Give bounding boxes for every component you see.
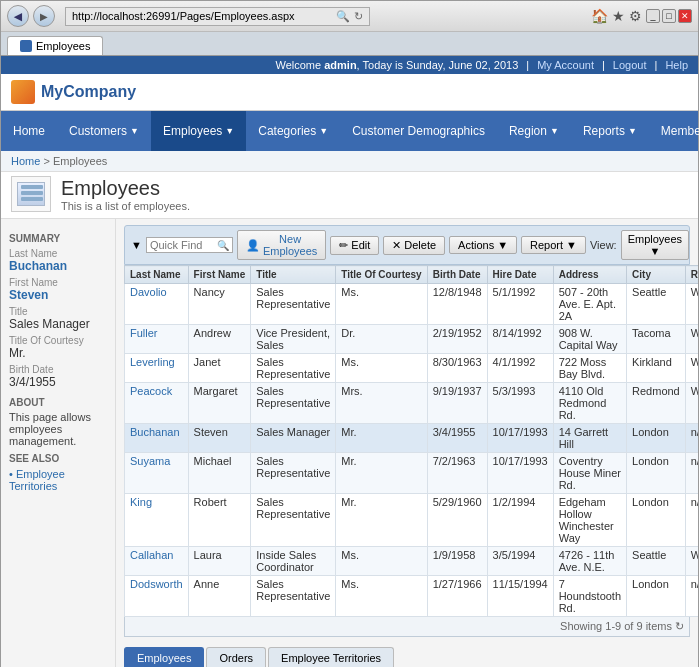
tools-icon[interactable]: ⚙ <box>629 8 642 24</box>
sidebar-first-name-label: First Name <box>9 277 107 288</box>
sidebar-birthdate-label: Birth Date <box>9 364 107 375</box>
cell-address: 507 - 20th Ave. E. Apt. 2A <box>553 284 626 325</box>
sidebar-employee-territories-link[interactable]: Employee Territories <box>9 468 107 492</box>
quickfind-input-1[interactable] <box>150 239 215 251</box>
nav-bar: Home Customers ▼ Employees ▼ Categories … <box>1 111 698 151</box>
sidebar-courtesy-value: Mr. <box>9 346 107 360</box>
breadcrumb-home-link[interactable]: Home <box>11 155 40 167</box>
address-input[interactable] <box>72 10 332 22</box>
cell-city: Seattle <box>627 547 686 576</box>
cell-birth: 9/19/1937 <box>427 383 487 424</box>
cell-hire: 5/3/1993 <box>487 383 553 424</box>
nav-home[interactable]: Home <box>1 111 57 151</box>
quickfind-expand-icon[interactable]: ▼ <box>131 239 142 251</box>
cell-address: 14 Garrett Hill <box>553 424 626 453</box>
window-controls: _ □ ✕ <box>646 9 692 23</box>
customers-dropdown-arrow: ▼ <box>130 126 139 136</box>
page-subtitle: This is a list of employees. <box>61 200 190 212</box>
last-name-link[interactable]: Leverling <box>130 356 175 368</box>
new-employees-button-1[interactable]: 👤 New Employees <box>237 230 326 260</box>
nav-membership[interactable]: Membership <box>649 111 699 151</box>
brand-icon <box>11 80 35 104</box>
sidebar-about-title: ABOUT <box>9 397 107 408</box>
cell-title: Sales Representative <box>251 284 336 325</box>
cell-last-name: King <box>125 494 189 547</box>
last-name-link[interactable]: King <box>130 496 152 508</box>
employees-icon <box>17 182 45 206</box>
cell-birth: 1/9/1958 <box>427 547 487 576</box>
col-hire: Hire Date <box>487 266 553 284</box>
last-name-link[interactable]: Dodsworth <box>130 578 183 590</box>
table-header-row: Last Name First Name Title Title Of Cour… <box>125 266 699 284</box>
forward-button[interactable]: ▶ <box>33 5 55 27</box>
browser-tab[interactable]: Employees <box>7 36 103 55</box>
address-bar[interactable]: 🔍 ↻ <box>65 7 370 26</box>
last-name-link[interactable]: Fuller <box>130 327 158 339</box>
close-button[interactable]: ✕ <box>678 9 692 23</box>
nav-customers[interactable]: Customers ▼ <box>57 111 151 151</box>
my-account-link[interactable]: My Account <box>537 59 594 71</box>
sidebar-title-label: Title <box>9 306 107 317</box>
nav-categories[interactable]: Categories ▼ <box>246 111 340 151</box>
app-container: Welcome admin, Today is Sunday, June 02,… <box>1 56 698 667</box>
refresh-icon[interactable]: ↻ <box>354 10 363 23</box>
sidebar: SUMMARY Last Name Buchanan First Name St… <box>1 219 116 667</box>
cell-region: n/a <box>685 494 698 547</box>
cell-title: Sales Representative <box>251 494 336 547</box>
cell-courtesy: Ms. <box>336 576 427 617</box>
tab-orders[interactable]: Orders <box>206 647 266 667</box>
list-toolbar-1: ▼ 🔍 👤 New Employees ✏ Edit ✕ <box>124 225 690 265</box>
table-row: Peacock Margaret Sales Representative Mr… <box>125 383 699 424</box>
cell-last-name: Buchanan <box>125 424 189 453</box>
cell-hire: 10/17/1993 <box>487 453 553 494</box>
view-select-1[interactable]: Employees ▼ <box>621 230 689 260</box>
star-icon[interactable]: ★ <box>612 8 625 24</box>
tab-employees[interactable]: Employees <box>124 647 204 667</box>
table-row: King Robert Sales Representative Mr. 5/2… <box>125 494 699 547</box>
cell-hire: 8/14/1992 <box>487 325 553 354</box>
table-row: Davolio Nancy Sales Representative Ms. 1… <box>125 284 699 325</box>
employees-dropdown-arrow: ▼ <box>225 126 234 136</box>
cell-birth: 2/19/1952 <box>427 325 487 354</box>
cell-first-name: Robert <box>188 494 251 547</box>
cell-first-name: Margaret <box>188 383 251 424</box>
reports-dropdown-arrow: ▼ <box>628 126 637 136</box>
actions-button-1[interactable]: Actions ▼ <box>449 236 517 254</box>
last-name-link[interactable]: Suyama <box>130 455 170 467</box>
delete-button-1[interactable]: ✕ Delete <box>383 236 445 255</box>
cell-first-name: Nancy <box>188 284 251 325</box>
last-name-link[interactable]: Buchanan <box>130 426 180 438</box>
minimize-button[interactable]: _ <box>646 9 660 23</box>
breadcrumb: Home > Employees <box>1 151 698 172</box>
last-name-link[interactable]: Peacock <box>130 385 172 397</box>
quickfind-search-icon[interactable]: 🔍 <box>217 240 229 251</box>
sidebar-see-also: Employee Territories <box>9 468 107 492</box>
tab-favicon <box>20 40 32 52</box>
cell-courtesy: Mr. <box>336 453 427 494</box>
edit-button-1[interactable]: ✏ Edit <box>330 236 379 255</box>
last-name-link[interactable]: Davolio <box>130 286 167 298</box>
back-button[interactable]: ◀ <box>7 5 29 27</box>
nav-reports[interactable]: Reports ▼ <box>571 111 649 151</box>
home-icon[interactable]: 🏠 <box>591 8 608 24</box>
cell-title: Sales Manager <box>251 424 336 453</box>
table-row: Callahan Laura Inside Sales Coordinator … <box>125 547 699 576</box>
nav-customer-demographics[interactable]: Customer Demographics <box>340 111 497 151</box>
last-name-link[interactable]: Callahan <box>130 549 173 561</box>
quickfind-1[interactable]: 🔍 <box>146 237 233 253</box>
new-employees-icon: 👤 <box>246 239 260 252</box>
help-link[interactable]: Help <box>665 59 688 71</box>
logout-link[interactable]: Logout <box>613 59 647 71</box>
cell-last-name: Callahan <box>125 547 189 576</box>
page-title-section: Employees This is a list of employees. <box>1 172 698 219</box>
cell-first-name: Michael <box>188 453 251 494</box>
nav-region[interactable]: Region ▼ <box>497 111 571 151</box>
report-button-1[interactable]: Report ▼ <box>521 236 586 254</box>
restore-button[interactable]: □ <box>662 9 676 23</box>
col-city: City <box>627 266 686 284</box>
tab-employee-territories[interactable]: Employee Territories <box>268 647 394 667</box>
page-title: Employees <box>61 177 190 200</box>
sidebar-summary-title: SUMMARY <box>9 233 107 244</box>
cell-region: WA <box>685 383 698 424</box>
nav-employees[interactable]: Employees ▼ <box>151 111 246 151</box>
